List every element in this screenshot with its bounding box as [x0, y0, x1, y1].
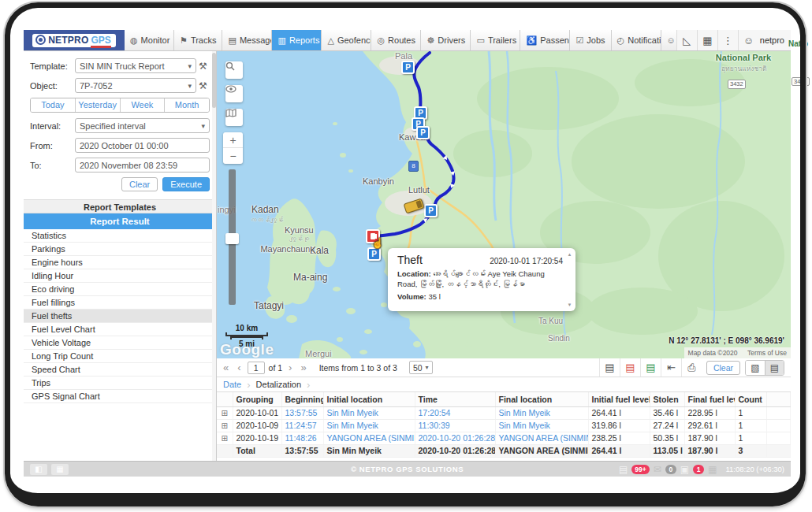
template-select[interactable]: SIN MIN Truck Report▾: [75, 58, 196, 73]
object-select[interactable]: 7P-7052▾: [75, 78, 196, 93]
col-beginning[interactable]: Beginning: [281, 392, 323, 406]
map-visibility-button[interactable]: [225, 85, 243, 102]
interval-select[interactable]: Specified interval▾: [75, 118, 210, 133]
scroll-down-icon[interactable]: ▼: [568, 302, 572, 307]
page-number-input[interactable]: 1: [248, 362, 265, 374]
username[interactable]: netpro: [758, 35, 791, 45]
list-item-fuel-level-chart[interactable]: Fuel Level Chart: [24, 323, 216, 336]
export-pdf-icon[interactable]: ▤: [620, 358, 640, 377]
photo-icon[interactable]: ▣: [680, 464, 689, 475]
report-view-icon[interactable]: ▤: [599, 358, 620, 377]
col-final-location[interactable]: Final location: [495, 392, 588, 406]
time-link[interactable]: 17:20:54: [415, 406, 495, 419]
popup-scrollbar[interactable]: ▲ ▼: [566, 252, 573, 307]
list-item-parkings[interactable]: Parkings: [24, 243, 216, 256]
wrench-icon[interactable]: ⚒: [196, 80, 210, 91]
terms-of-use-link[interactable]: Terms of Use: [747, 349, 787, 357]
photo-badge[interactable]: 1: [693, 465, 704, 474]
col-stolen[interactable]: Stolen: [650, 392, 684, 406]
tab-users[interactable]: ☺Users: [661, 30, 676, 50]
yesterday-button[interactable]: Yesterday: [76, 98, 121, 112]
tab-passengers[interactable]: ♿Passengers: [520, 30, 570, 50]
tab-drivers[interactable]: ☸Drivers: [421, 30, 471, 50]
final-location-link[interactable]: Sin Min Myeik: [495, 406, 588, 419]
col-time[interactable]: Time: [415, 392, 495, 406]
user-account-icon[interactable]: ☺: [738, 30, 758, 50]
more-menu-icon[interactable]: ⋮: [717, 30, 738, 50]
initial-location-link[interactable]: Sin Min Myeik: [323, 406, 415, 419]
col-initial-location[interactable]: Initial location: [323, 392, 415, 406]
month-button[interactable]: Month: [165, 98, 209, 112]
time-link[interactable]: 11:30:39: [415, 419, 495, 432]
apps-grid-icon[interactable]: ▦: [697, 30, 717, 50]
grid-view-toggle[interactable]: ▤: [765, 361, 784, 375]
tab-trailers[interactable]: ▭Trailers: [471, 30, 520, 50]
mail-icon[interactable]: ✉: [654, 464, 661, 475]
clear-button[interactable]: Clear: [121, 177, 158, 191]
week-button[interactable]: Week: [121, 98, 166, 112]
parking-marker[interactable]: P: [401, 61, 415, 74]
beginning-link[interactable]: 11:48:26: [281, 432, 323, 444]
print-icon[interactable]: ⎙: [681, 358, 702, 377]
tab-messages[interactable]: ▤Messages: [222, 30, 272, 50]
news-badge[interactable]: 99+: [631, 465, 649, 474]
expand-row-icon[interactable]: ⊞: [217, 406, 233, 419]
list-item-fuel-thefts[interactable]: Fuel thefts: [24, 310, 216, 323]
last-page-button[interactable]: »: [298, 362, 308, 373]
tab-reports[interactable]: ▥Reports: [272, 30, 322, 50]
col-grouping[interactable]: Grouping: [233, 392, 281, 406]
time-link[interactable]: 2020-10-20 01:26:28: [415, 432, 495, 444]
list-item-eco-driving[interactable]: Eco driving: [24, 283, 216, 296]
mail-badge[interactable]: 0: [665, 465, 676, 474]
zoom-slider-handle[interactable]: [225, 233, 239, 244]
tab-notifications[interactable]: ◴Notifications: [612, 30, 661, 50]
to-input[interactable]: 2020 November 08 23:59: [75, 158, 210, 173]
col-final-fuel[interactable]: Final fuel level: [684, 392, 735, 406]
wrench-icon[interactable]: ⚒: [196, 61, 210, 72]
expand-row-icon[interactable]: ⊞: [217, 419, 233, 432]
page-size-select[interactable]: 50▾: [409, 361, 433, 374]
list-item-speed-chart[interactable]: Speed Chart: [24, 363, 216, 377]
tab-date[interactable]: Date: [223, 380, 241, 389]
list-item-fuel-fillings[interactable]: Fuel fillings: [24, 296, 216, 310]
tab-jobs[interactable]: ☑Jobs: [570, 30, 611, 50]
execute-button[interactable]: Execute: [162, 177, 210, 191]
news-icon[interactable]: ▤: [619, 464, 628, 475]
today-button[interactable]: Today: [31, 98, 76, 112]
grid-clear-button[interactable]: Clear: [706, 361, 740, 375]
list-item-long-trip-count[interactable]: Long Trip Count: [24, 350, 216, 363]
final-location-link[interactable]: YANGON AREA (SINMIN): [495, 432, 588, 444]
col-initial-fuel[interactable]: Initial fuel level: [588, 392, 650, 406]
ruler-icon[interactable]: ◺: [676, 30, 697, 50]
tab-detalization[interactable]: Detalization: [256, 380, 301, 389]
col-count[interactable]: Count: [735, 392, 766, 406]
sidebar-scrollbar[interactable]: [212, 51, 216, 461]
beginning-link[interactable]: 13:57:55: [281, 406, 323, 419]
final-location-link[interactable]: Sin Min Myeik: [495, 419, 588, 432]
tab-routes[interactable]: ◎Routes: [371, 30, 421, 50]
parking-marker[interactable]: P: [416, 126, 430, 139]
tab-geofences[interactable]: △Geofences: [322, 30, 371, 50]
report-templates-header[interactable]: Report Templates: [24, 199, 216, 213]
list-item-gps-signal-chart[interactable]: GPS Signal Chart: [24, 390, 216, 403]
beginning-link[interactable]: 11:24:57: [281, 419, 323, 432]
tab-tracks[interactable]: ⚑Tracks: [174, 30, 222, 50]
scroll-up-icon[interactable]: ▲: [568, 252, 572, 257]
list-item-engine-hours[interactable]: Engine hours: [24, 256, 216, 269]
tab-monitor[interactable]: ◍Monitor: [125, 30, 174, 50]
expand-row-icon[interactable]: ⊞: [217, 432, 233, 444]
from-input[interactable]: 2020 October 01 00:00: [75, 138, 210, 153]
zoom-in-button[interactable]: +: [223, 132, 243, 148]
report-result-header[interactable]: Report Result: [24, 213, 216, 229]
map-canvas[interactable]: Pala National Park อุทยานแห่งชาติ Kawsai…: [217, 51, 791, 358]
list-item-vehicle-voltage[interactable]: Vehicle Voltage: [24, 336, 216, 350]
export-file-icon[interactable]: ⇤: [661, 358, 681, 377]
zoom-out-button[interactable]: −: [223, 148, 243, 164]
list-item-trips[interactable]: Trips: [24, 377, 216, 390]
map-view-toggle[interactable]: ▧: [746, 361, 765, 375]
next-page-button[interactable]: ›: [286, 362, 294, 373]
map-search-button[interactable]: [225, 61, 243, 79]
list-item-statistics[interactable]: Statistics: [24, 229, 216, 243]
parking-marker[interactable]: P: [424, 204, 438, 217]
initial-location-link[interactable]: YANGON AREA (SINMIN): [323, 432, 415, 444]
